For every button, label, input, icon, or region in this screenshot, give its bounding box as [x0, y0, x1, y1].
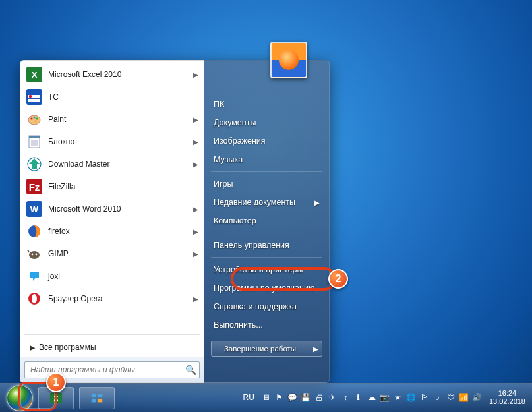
- right-item-label: Устройства и принтеры: [214, 265, 303, 274]
- right-item-label: Выполнить...: [214, 320, 263, 330]
- right-item-игры[interactable]: Игры: [204, 175, 329, 193]
- chevron-right-icon: ▶: [193, 228, 198, 235]
- pinned-app-tc[interactable]: TC: [20, 86, 204, 108]
- disk-icon[interactable]: 💾: [301, 392, 311, 403]
- computer-icon[interactable]: 🖥: [261, 392, 272, 403]
- excel-icon: X: [26, 66, 43, 83]
- pinned-app-word[interactable]: W Microsoft Word 2010 ▶: [20, 198, 204, 220]
- app-label: firefox: [48, 227, 70, 236]
- notepad-icon: [26, 133, 43, 150]
- right-item-label: Панель управления: [214, 241, 289, 250]
- right-item-программы-по-умолчанию[interactable]: Программы по умолчанию: [204, 279, 329, 297]
- svg-rect-6: [28, 98, 40, 99]
- chevron-right-icon: ▶: [193, 138, 198, 146]
- taskbar: X RU 🖥⚑💬💾🖨✈↕ℹ☁📷★🌐🏳♪🛡📶🔊 16:24 13.02.2018: [0, 383, 532, 412]
- star-icon[interactable]: ★: [393, 392, 403, 403]
- right-item-недавние-документы[interactable]: Недавние документы▶: [204, 193, 329, 212]
- all-programs-button[interactable]: ▶ Все программы: [20, 338, 204, 357]
- taskbar-app-explorer[interactable]: [79, 387, 115, 409]
- app-label: FileZilla: [48, 182, 75, 191]
- arrow-icon[interactable]: ↕: [340, 392, 351, 403]
- pinned-app-firefox[interactable]: firefox ▶: [20, 220, 204, 243]
- pinned-app-excel[interactable]: X Microsoft Excel 2010 ▶: [20, 63, 204, 86]
- printer-icon[interactable]: 🖨: [314, 392, 324, 403]
- annotation-marker-2: 2: [328, 269, 348, 289]
- svg-point-23: [29, 251, 40, 259]
- right-item-компьютер[interactable]: Компьютер: [204, 212, 329, 230]
- pinned-app-opera[interactable]: Браузер Opera ▶: [20, 287, 204, 310]
- right-item-label: ПК: [214, 100, 224, 109]
- app-label: joxi: [48, 272, 60, 281]
- chevron-right-icon: ▶: [193, 71, 198, 78]
- app-label: Download Master: [48, 160, 109, 169]
- svg-rect-30: [92, 394, 96, 397]
- chevron-right-icon: ▶: [193, 116, 198, 123]
- camera-icon[interactable]: 📷: [380, 392, 390, 403]
- info-icon[interactable]: ℹ: [353, 392, 364, 403]
- tray-icons: 🖥⚑💬💾🖨✈↕ℹ☁📷★🌐🏳♪🛡📶🔊: [261, 392, 483, 403]
- pinned-app-dm[interactable]: Download Master ▶: [20, 153, 204, 175]
- pinned-app-paint[interactable]: Paint ▶: [20, 108, 204, 131]
- separator: [211, 233, 322, 233]
- svg-rect-33: [98, 398, 102, 402]
- pinned-app-joxi[interactable]: joxi: [20, 265, 204, 287]
- right-item-пк[interactable]: ПК: [204, 95, 329, 113]
- chevron-right-icon: ▶: [314, 199, 320, 206]
- pinned-app-filezilla[interactable]: Fz FileZilla: [20, 175, 204, 198]
- right-item-изображения[interactable]: Изображения: [204, 132, 329, 150]
- svg-rect-4: [28, 92, 40, 95]
- svg-point-10: [36, 117, 38, 119]
- system-tray: RU 🖥⚑💬💾🖨✈↕ℹ☁📷★🌐🏳♪🛡📶🔊 16:24 13.02.2018: [243, 383, 529, 412]
- filezilla-icon: Fz: [26, 178, 43, 195]
- right-item-выполнить-[interactable]: Выполнить...: [204, 316, 329, 334]
- volume-icon[interactable]: 🔊: [472, 392, 483, 403]
- app-label: Microsoft Word 2010: [48, 204, 121, 214]
- app-label: TC: [48, 92, 59, 102]
- note-icon[interactable]: ♪: [432, 392, 443, 403]
- app-label: Блокнот: [48, 137, 78, 146]
- start-menu: X Microsoft Excel 2010 ▶ TC Paint ▶ Блок…: [20, 60, 330, 383]
- chevron-right-icon: ▶: [26, 343, 39, 352]
- right-item-label: Недавние документы: [214, 198, 295, 207]
- svg-point-9: [33, 116, 35, 118]
- cloud-icon[interactable]: ☁: [367, 392, 377, 403]
- flag2-icon[interactable]: 🏳: [419, 392, 430, 403]
- user-avatar[interactable]: [270, 42, 307, 78]
- language-indicator[interactable]: RU: [243, 393, 254, 402]
- start-menu-left-panel: X Microsoft Excel 2010 ▶ TC Paint ▶ Блок…: [20, 60, 204, 383]
- taskbar-clock[interactable]: 16:24 13.02.2018: [489, 389, 525, 406]
- globe-icon[interactable]: 🌐: [406, 392, 417, 403]
- chat-icon[interactable]: 💬: [287, 392, 298, 403]
- right-item-документы[interactable]: Документы: [204, 113, 329, 132]
- svg-point-8: [30, 117, 32, 119]
- svg-point-11: [34, 120, 36, 122]
- right-item-устройства-и-принтеры[interactable]: Устройства и принтеры: [204, 260, 329, 279]
- search-icon[interactable]: 🔍: [185, 365, 196, 375]
- clock-time: 16:24: [489, 389, 525, 397]
- separator: [211, 171, 322, 172]
- svg-text:W: W: [30, 204, 39, 214]
- paint-icon: [26, 111, 43, 128]
- joxi-icon: [26, 268, 43, 285]
- flag-icon[interactable]: ⚑: [274, 392, 285, 403]
- app-label: GIMP: [48, 249, 69, 258]
- shutdown-options-button[interactable]: ▶: [309, 341, 322, 357]
- svg-point-5: [29, 95, 32, 98]
- network-icon[interactable]: 📶: [459, 392, 469, 403]
- pinned-app-notepad[interactable]: Блокнот ▶: [20, 131, 204, 153]
- svg-point-24: [32, 254, 34, 256]
- right-item-справка-и-поддержка[interactable]: Справка и поддержка: [204, 297, 329, 316]
- right-item-музыка[interactable]: Музыка: [204, 150, 329, 169]
- telegram-icon[interactable]: ✈: [327, 392, 338, 403]
- svg-point-27: [32, 294, 37, 303]
- word-icon: W: [26, 200, 43, 218]
- right-item-label: Компьютер: [214, 216, 256, 225]
- shutdown-button[interactable]: Завершение работы: [211, 341, 309, 357]
- all-programs-label: Все программы: [39, 343, 96, 352]
- chevron-right-icon: ▶: [193, 295, 198, 303]
- pinned-app-gimp[interactable]: GIMP ▶: [20, 243, 204, 265]
- app-label: Microsoft Excel 2010: [48, 70, 121, 79]
- shield-icon[interactable]: 🛡: [446, 392, 456, 403]
- right-item-панель-управления[interactable]: Панель управления: [204, 236, 329, 254]
- app-label: Paint: [48, 115, 66, 124]
